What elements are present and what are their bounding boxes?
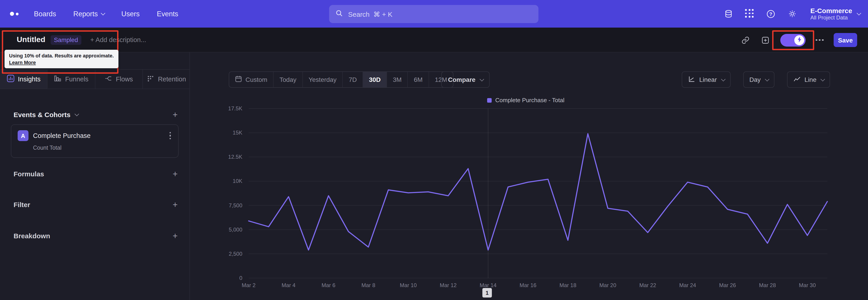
svg-text:10K: 10K <box>232 178 242 184</box>
funnels-icon <box>54 74 61 84</box>
svg-text:12.5K: 12.5K <box>228 154 242 160</box>
section-breakdown: Breakdown + <box>13 230 178 241</box>
save-button[interactable]: Save <box>834 33 857 47</box>
svg-text:?: ? <box>770 11 772 17</box>
nav-item-users[interactable]: Users <box>121 10 140 18</box>
tab-label: Retention <box>158 76 186 83</box>
lightning-bolt-icon <box>797 36 801 44</box>
svg-text:17.5K: 17.5K <box>228 106 242 112</box>
add-to-board-icon[interactable] <box>761 35 770 45</box>
search-bar[interactable] <box>329 5 538 23</box>
svg-text:Mar 2: Mar 2 <box>242 282 255 288</box>
toggle-knob <box>794 35 804 45</box>
sampled-badge[interactable]: Sampled <box>51 35 81 44</box>
nav-menu: Boards Reports Users Events <box>34 10 178 18</box>
tab-flows[interactable]: Flows <box>95 70 143 89</box>
add-formula-button[interactable]: + <box>173 169 178 178</box>
tab-insights[interactable]: Insights <box>0 70 48 89</box>
add-filter-button[interactable]: + <box>173 200 178 209</box>
section-formulas: Formulas + <box>13 168 178 179</box>
toolbar-right-cluster: Save <box>741 28 857 53</box>
section-label: Breakdown <box>13 232 50 239</box>
nav-item-reports[interactable]: Reports <box>73 10 104 18</box>
event-title[interactable]: Complete Purchase <box>33 132 91 139</box>
line-chart-icon <box>793 75 800 84</box>
calendar-icon <box>235 76 242 84</box>
svg-text:Mar 12: Mar 12 <box>440 282 457 288</box>
nav-item-events[interactable]: Events <box>157 10 178 18</box>
more-options-icon[interactable] <box>815 39 824 41</box>
help-icon[interactable]: ? <box>766 9 776 19</box>
svg-text:Mar 8: Mar 8 <box>362 282 375 288</box>
report-toolbar: Untitled Sampled + Add description... Sa… <box>0 28 868 53</box>
event-menu-icon[interactable] <box>168 131 172 140</box>
add-breakdown-button[interactable]: + <box>173 231 178 240</box>
project-selector[interactable]: E-Commerce All Project Data <box>810 6 860 21</box>
range-6m[interactable]: 6M <box>408 72 429 87</box>
svg-text:Mar 4: Mar 4 <box>282 282 296 288</box>
linear-scale-icon <box>688 75 695 84</box>
pagination-page-1[interactable]: 1 <box>483 288 492 298</box>
range-custom[interactable]: Custom <box>229 72 274 87</box>
svg-text:Mar 30: Mar 30 <box>799 282 816 288</box>
events-cohorts-label[interactable]: Events & Cohorts <box>13 111 78 118</box>
chevron-down-icon <box>820 77 825 81</box>
svg-text:2,500: 2,500 <box>229 251 242 257</box>
range-30d[interactable]: 30D <box>363 72 387 87</box>
chevron-down-icon <box>74 112 79 116</box>
chevron-down-icon <box>857 11 861 16</box>
compare-button[interactable]: Compare <box>441 71 489 88</box>
svg-text:Mar 6: Mar 6 <box>321 282 335 288</box>
svg-text:Mar 20: Mar 20 <box>599 282 616 288</box>
project-name: E-Commerce <box>810 6 852 14</box>
search-input[interactable] <box>347 10 532 18</box>
svg-text:Mar 28: Mar 28 <box>759 282 776 288</box>
svg-text:Mar 22: Mar 22 <box>639 282 656 288</box>
tab-label: Funnels <box>65 76 88 83</box>
chevron-down-icon <box>101 11 105 16</box>
gear-icon[interactable] <box>787 9 797 19</box>
data-icon[interactable] <box>723 9 734 19</box>
svg-text:Mar 10: Mar 10 <box>400 282 417 288</box>
flows-icon <box>104 74 112 84</box>
query-sidebar: Insights Funnels Flows Retention <box>0 53 190 300</box>
project-subtitle: All Project Data <box>810 14 852 21</box>
date-range-segmented-control: Custom Today Yesterday 7D 30D 3M 6M 12M <box>229 71 454 88</box>
top-navbar: Boards Reports Users Events ? E <box>0 0 868 28</box>
range-yesterday[interactable]: Yesterday <box>303 72 343 87</box>
tab-retention[interactable]: Retention <box>143 70 190 89</box>
granularity-dropdown[interactable]: Day <box>743 71 774 88</box>
nav-right-cluster: ? E-Commerce All Project Data <box>723 0 860 28</box>
tab-label: Insights <box>18 76 40 83</box>
report-type-tabs: Insights Funnels Flows Retention <box>0 69 190 89</box>
event-badge: A <box>18 130 29 141</box>
event-card[interactable]: A Complete Purchase Count Total <box>11 124 179 158</box>
range-7d[interactable]: 7D <box>343 72 363 87</box>
svg-text:Mar 26: Mar 26 <box>719 282 736 288</box>
apps-grid-icon[interactable] <box>745 9 755 19</box>
range-3m[interactable]: 3M <box>387 72 408 87</box>
scale-dropdown[interactable]: Linear <box>682 71 730 88</box>
line-chart[interactable]: 02,5005,0007,50010K12.5K15K17.5KMar 2Mar… <box>194 102 836 292</box>
svg-text:Mar 18: Mar 18 <box>559 282 577 288</box>
add-description-field[interactable]: + Add description... <box>90 36 146 43</box>
svg-text:5,000: 5,000 <box>229 227 242 233</box>
app-window: Boards Reports Users Events ? E <box>0 0 868 300</box>
learn-more-link[interactable]: Learn More <box>9 60 114 65</box>
tooltip-text: Using 10% of data. Results are approxima… <box>9 53 114 58</box>
range-today[interactable]: Today <box>274 72 303 87</box>
chart-type-dropdown[interactable]: Line <box>787 71 830 88</box>
tab-label: Flows <box>116 76 133 83</box>
event-aggregation[interactable]: Count Total <box>33 145 172 151</box>
svg-text:Mar 16: Mar 16 <box>520 282 537 288</box>
share-link-icon[interactable] <box>741 35 750 45</box>
report-title[interactable]: Untitled <box>17 35 45 44</box>
nav-item-boards[interactable]: Boards <box>34 10 56 18</box>
add-event-button[interactable]: + <box>173 110 178 119</box>
mixpanel-logo-icon[interactable] <box>10 12 19 16</box>
chevron-down-icon <box>721 77 725 81</box>
events-cohorts-header: Events & Cohorts + <box>13 109 178 120</box>
chart-display-controls: Linear Day Line <box>682 71 830 88</box>
sampling-toggle[interactable] <box>780 34 806 46</box>
tab-funnels[interactable]: Funnels <box>48 70 95 89</box>
